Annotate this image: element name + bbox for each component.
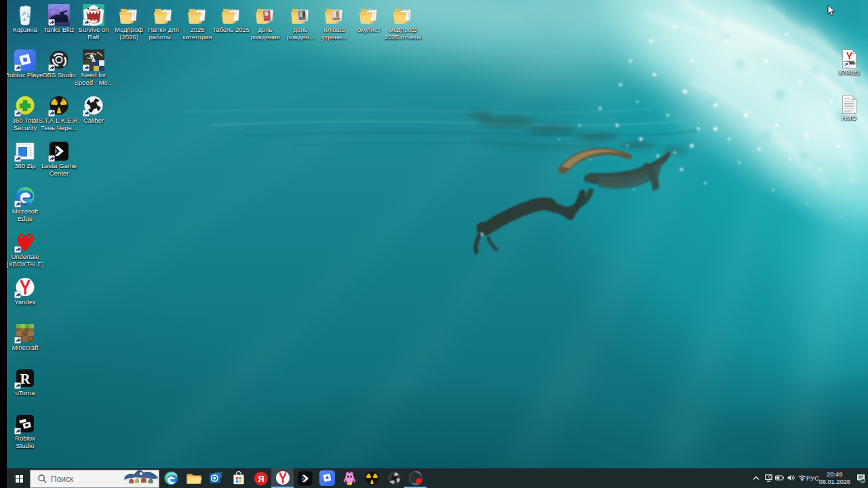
svg-text:R: R (20, 371, 31, 387)
svg-text:Я: Я (258, 473, 264, 483)
svg-text:1: 1 (862, 479, 864, 483)
